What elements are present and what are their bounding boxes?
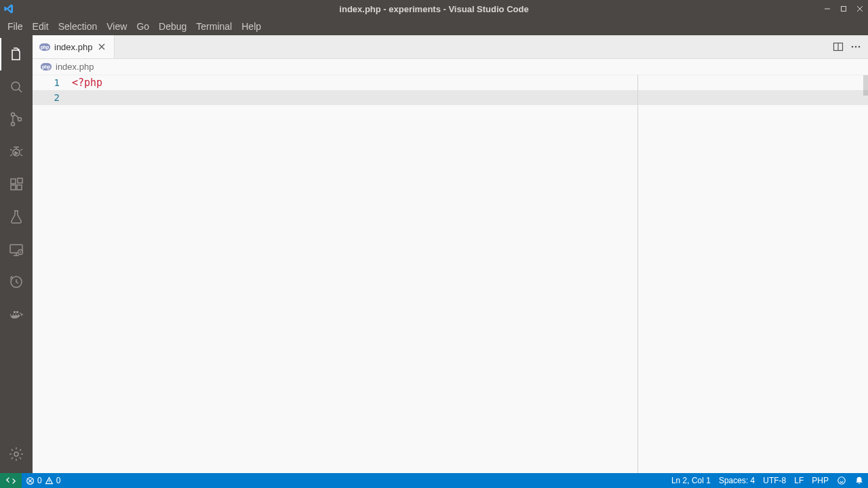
editor-line[interactable]: 1<?php xyxy=(33,75,868,90)
editor-region: php index.php php index.php xyxy=(33,35,868,473)
php-file-icon: php xyxy=(39,43,50,51)
svg-point-2 xyxy=(12,113,15,117)
eol-status[interactable]: LF xyxy=(790,473,808,488)
menu-debug[interactable]: Debug xyxy=(154,20,191,33)
line-number: 1 xyxy=(33,77,72,88)
maximize-button[interactable] xyxy=(835,0,852,18)
tab-close-icon[interactable] xyxy=(96,43,107,51)
warning-count: 0 xyxy=(56,476,61,485)
editor-tab-bar: php index.php xyxy=(33,35,868,59)
language-mode[interactable]: PHP xyxy=(808,473,833,488)
menu-help[interactable]: Help xyxy=(237,20,266,33)
svg-rect-8 xyxy=(17,185,22,190)
search-view-icon[interactable] xyxy=(0,70,33,103)
line-content: <?php xyxy=(72,77,102,89)
svg-point-15 xyxy=(852,46,854,48)
cursor-position[interactable]: Ln 2, Col 1 xyxy=(667,473,715,488)
svg-point-4 xyxy=(18,118,22,121)
svg-point-3 xyxy=(12,123,15,126)
remote-explorer-view-icon[interactable] xyxy=(0,233,33,266)
line-number: 2 xyxy=(33,92,72,103)
editor-line[interactable]: 2 xyxy=(33,90,868,105)
split-editor-icon[interactable] xyxy=(833,41,844,52)
svg-rect-6 xyxy=(11,179,16,184)
docker-view-icon[interactable] xyxy=(0,298,33,331)
svg-point-19 xyxy=(838,477,846,485)
run-debug-view-icon[interactable] xyxy=(0,136,33,168)
code-editor[interactable]: 1<?php2 xyxy=(33,75,868,473)
feedback-smiley-icon[interactable] xyxy=(833,473,850,488)
problems-indicator[interactable]: 0 0 xyxy=(22,473,64,488)
error-count: 0 xyxy=(37,476,42,485)
svg-rect-0 xyxy=(842,7,846,12)
menu-file[interactable]: File xyxy=(3,20,28,33)
indentation-status[interactable]: Spaces: 4 xyxy=(715,473,759,488)
close-window-button[interactable] xyxy=(852,0,868,18)
menu-view[interactable]: View xyxy=(102,20,132,33)
minimize-button[interactable] xyxy=(819,0,835,18)
editor-ruler xyxy=(637,75,638,473)
tab-index-php[interactable]: php index.php xyxy=(33,35,115,58)
explorer-view-icon[interactable] xyxy=(0,38,33,70)
tab-label: index.php xyxy=(54,42,92,52)
testing-view-icon[interactable] xyxy=(0,201,33,233)
svg-point-13 xyxy=(14,452,18,456)
svg-rect-7 xyxy=(11,185,16,190)
extensions-view-icon[interactable] xyxy=(0,168,33,201)
window-title: index.php - experiments - Visual Studio … xyxy=(0,4,868,14)
menu-bar: File Edit Selection View Go Debug Termin… xyxy=(0,18,868,35)
status-bar: 0 0 Ln 2, Col 1 Spaces: 4 UTF-8 LF PHP xyxy=(0,473,868,488)
title-bar: index.php - experiments - Visual Studio … xyxy=(0,0,868,18)
menu-edit[interactable]: Edit xyxy=(28,20,54,33)
php-file-icon: php xyxy=(41,63,52,70)
menu-go[interactable]: Go xyxy=(132,20,154,33)
source-control-view-icon[interactable] xyxy=(0,103,33,136)
breadcrumb[interactable]: php index.php xyxy=(33,59,868,75)
vscode-app-icon xyxy=(0,3,18,14)
svg-rect-9 xyxy=(18,178,22,183)
menu-selection[interactable]: Selection xyxy=(54,20,102,33)
minimap-slider[interactable] xyxy=(863,75,868,96)
menu-terminal[interactable]: Terminal xyxy=(191,20,237,33)
manage-gear-icon[interactable] xyxy=(0,438,33,470)
remote-indicator[interactable] xyxy=(0,473,22,488)
timeline-view-icon[interactable] xyxy=(0,266,33,298)
encoding-status[interactable]: UTF-8 xyxy=(759,473,790,488)
svg-point-17 xyxy=(859,46,861,48)
breadcrumb-file: index.php xyxy=(56,62,94,72)
notifications-bell-icon[interactable] xyxy=(850,473,868,488)
more-actions-icon[interactable] xyxy=(850,41,861,52)
activity-bar xyxy=(0,35,33,473)
svg-point-16 xyxy=(855,46,857,48)
svg-point-1 xyxy=(12,82,20,90)
